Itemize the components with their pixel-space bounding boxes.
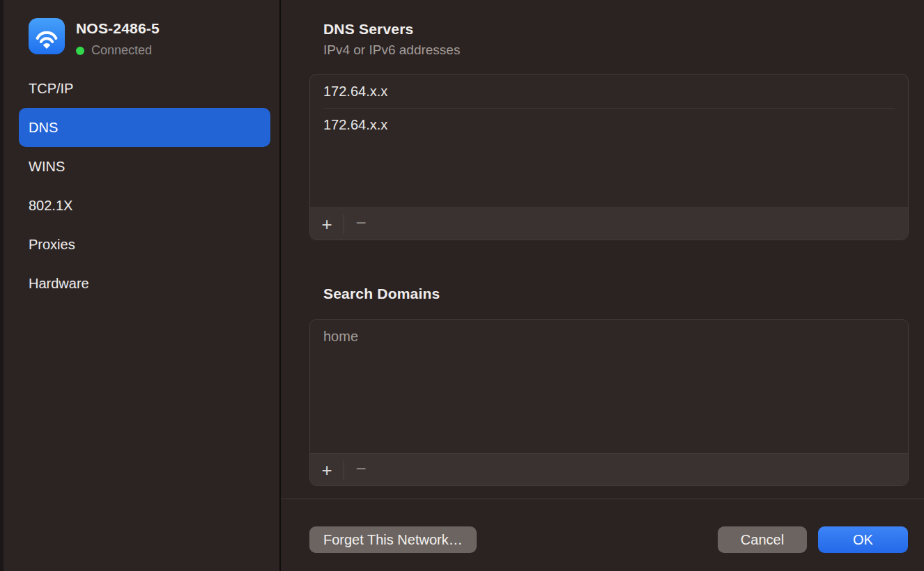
sidebar-item-8021x[interactable]: 802.1X — [19, 186, 270, 225]
remove-search-domain-button[interactable]: − — [344, 454, 378, 485]
cancel-button[interactable]: Cancel — [718, 526, 807, 553]
dns-servers-subtitle: IPv4 or IPv6 addresses — [323, 42, 460, 58]
network-info: NOS-2486-5 Connected — [76, 18, 160, 58]
sidebar-item-hardware[interactable]: Hardware — [19, 264, 270, 303]
dns-server-entry[interactable]: 172.64.x.x — [310, 75, 908, 108]
connected-status-dot — [76, 47, 84, 55]
dns-servers-list-footer: + − — [310, 208, 908, 240]
sidebar-nav: TCP/IP DNS WINS 802.1X Proxies Hardware — [19, 69, 270, 303]
sidebar-item-proxies[interactable]: Proxies — [19, 225, 270, 264]
remove-dns-server-button[interactable]: − — [344, 208, 378, 240]
add-dns-server-button[interactable]: + — [310, 208, 344, 240]
search-domains-list-footer: + − — [310, 453, 908, 485]
dns-servers-list: 172.64.x.x 172.64.x.x + − — [309, 74, 909, 240]
search-domains-title: Search Domains — [323, 286, 440, 302]
connected-status-label: Connected — [91, 43, 152, 58]
sidebar-item-tcpip[interactable]: TCP/IP — [19, 69, 270, 108]
footer-divider — [281, 499, 924, 499]
sidebar-item-wins[interactable]: WINS — [19, 147, 270, 186]
dns-server-entry[interactable]: 172.64.x.x — [310, 108, 908, 141]
network-status: Connected — [76, 43, 160, 58]
add-search-domain-button[interactable]: + — [310, 454, 344, 485]
wifi-icon — [29, 18, 65, 54]
forget-network-button[interactable]: Forget This Network… — [309, 526, 477, 553]
search-domain-entry[interactable]: home — [310, 320, 908, 353]
dialog-button-bar: Forget This Network… Cancel OK — [309, 526, 908, 553]
search-domains-list: home + − — [309, 319, 909, 486]
network-details-dialog: NOS-2486-5 Connected TCP/IP DNS WINS 802… — [0, 0, 924, 571]
network-header: NOS-2486-5 Connected — [29, 18, 160, 58]
ok-button[interactable]: OK — [818, 526, 908, 553]
sidebar: NOS-2486-5 Connected TCP/IP DNS WINS 802… — [3, 0, 281, 571]
sidebar-item-dns[interactable]: DNS — [19, 108, 270, 147]
dns-pane: DNS Servers IPv4 or IPv6 addresses 172.6… — [281, 0, 924, 571]
dns-servers-title: DNS Servers — [323, 21, 413, 38]
network-name: NOS-2486-5 — [76, 18, 160, 37]
